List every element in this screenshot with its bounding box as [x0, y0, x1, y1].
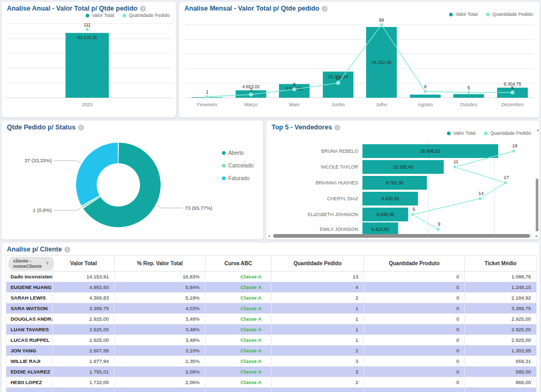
table-cell: 5,19%	[115, 293, 206, 303]
table-header-4[interactable]: Quantidade Pedido	[272, 256, 364, 272]
qty-marker[interactable]	[512, 150, 515, 153]
axis-label: BRIANNA HUGHES	[315, 180, 358, 185]
scroll-left-arrow[interactable]: ◂	[268, 234, 270, 238]
bar-Outubro[interactable]	[453, 94, 484, 98]
table-header-3[interactable]: Curva ABC	[206, 256, 272, 272]
table-cell: 3.389,75	[53, 303, 115, 314]
filter-funnel-icon	[46, 261, 49, 266]
table-cell: 2	[272, 293, 364, 303]
table-cell: 2	[272, 377, 364, 388]
qty-marker[interactable]	[511, 91, 514, 94]
table-row[interactable]: SARA WATSON3.389,754,03%Classe A103.389,…	[6, 303, 537, 314]
table-header-2[interactable]: % Rep. Valor Total	[115, 256, 206, 272]
axis-label: EMILY JOHNSON	[320, 227, 358, 232]
card-status-title: Qtde Pedido p/ Status i	[7, 124, 84, 131]
axis-label: Junho	[332, 102, 345, 107]
qty-marker[interactable]	[380, 23, 383, 26]
qty-marker[interactable]	[467, 91, 470, 94]
qty-marker[interactable]	[86, 27, 89, 31]
info-icon[interactable]: i	[64, 247, 70, 253]
table-cell: SARA WATSON	[6, 303, 53, 314]
table-cell: 3,48%	[115, 335, 206, 346]
card-monthly: Analise Mensal - Valor Total p/ Qtde ped…	[179, 1, 540, 118]
table-cell: 1	[272, 335, 364, 346]
qty-marker[interactable]	[206, 95, 209, 98]
horizontal-scrollbar-thumb[interactable]	[273, 234, 530, 238]
table-cell: Classe A	[206, 314, 272, 324]
table-row[interactable]: WILLIE RAJI1.977,942,35%Classe A30659,31	[6, 356, 537, 367]
legend-item[interactable]: Valor Total	[86, 13, 114, 18]
legend-item[interactable]: Quantidade Pedido	[123, 13, 170, 18]
table-cell: Classe A	[206, 377, 272, 388]
legend-dot-icon	[484, 132, 488, 135]
status-donut-chart: 73 (65,77%)1 (0,9%)37 (33,33%)	[6, 134, 233, 239]
qty-marker[interactable]	[503, 181, 507, 184]
vertical-scrollbar-thumb[interactable]	[536, 179, 538, 231]
legend-dot-icon	[447, 132, 451, 135]
table-row[interactable]: SARAH LEWIS4.369,835,19%Classe A202.184,…	[6, 293, 537, 303]
table-cell: 1	[272, 314, 364, 324]
qty-marker[interactable]	[411, 213, 414, 216]
table-cell: 866,00	[465, 377, 537, 388]
table-cell: LUCAS RUPPEL	[6, 335, 53, 346]
horizontal-scrollbar-track[interactable]	[273, 234, 533, 238]
table-row[interactable]: HEIDI LOPEZ1.732,002,06%Classe A20866,00	[6, 377, 537, 388]
table-row[interactable]: DOUGLAS ANDRADE2.925,003,48%Classe A102.…	[6, 314, 537, 324]
legend-item[interactable]: Valor Total	[449, 12, 478, 17]
axis-label: Maio	[289, 102, 300, 107]
value-label: 44.262,39	[371, 60, 391, 65]
qty-marker[interactable]	[453, 165, 456, 169]
info-icon[interactable]: i	[140, 6, 146, 12]
table-cell: HEIDI LOPEZ	[6, 377, 53, 388]
bar-2023[interactable]	[66, 33, 109, 98]
table-cell: 659,31	[465, 356, 537, 367]
table-cell: 0	[364, 303, 465, 314]
legend-item[interactable]: Quantidade Pedido	[486, 12, 533, 17]
table-row[interactable]: Dado inconsistente14.153,9116,83%Classe …	[6, 272, 537, 282]
table-cell: 4	[272, 282, 364, 293]
legend-item[interactable]: Quantidade Pedido	[484, 130, 531, 136]
qty-marker[interactable]	[478, 197, 481, 200]
table-row[interactable]: LUCAS RUPPEL2.925,003,48%Classe A102.925…	[6, 335, 537, 346]
qty-marker[interactable]	[424, 90, 427, 93]
top5-chart: BRUNA REBELO20.606,52NICOLE TAYLOR12.335…	[269, 139, 534, 235]
qty-marker[interactable]	[293, 88, 296, 91]
table-cell: 0	[364, 314, 465, 324]
scroll-up-arrow[interactable]: ▴	[537, 128, 539, 132]
info-icon[interactable]: i	[334, 125, 340, 130]
value-label: 8.420,39	[381, 196, 399, 201]
table-row[interactable]: EDDIE ALVAREZ1.755,012,09%Classe A30585,…	[6, 367, 537, 377]
card-clients-title: Analise p/ Cliente i	[7, 246, 70, 253]
qty-marker[interactable]	[436, 228, 440, 231]
info-icon[interactable]: i	[322, 6, 328, 12]
table-row[interactable]: EUGENE HUANG4.992,605,94%Classe A401.248…	[6, 282, 537, 293]
donut-slice-Faturado[interactable]	[76, 143, 118, 206]
table-row-partial[interactable]	[6, 388, 537, 392]
legend-label: Quantidade Pedido	[490, 130, 531, 136]
legend-item[interactable]: Valor Total	[447, 130, 475, 136]
table-row[interactable]: JON YANG2.607,893,10%Classe A201.303,95	[6, 346, 537, 356]
table-cell: Classe A	[206, 324, 272, 335]
table-cell: 585,00	[465, 367, 537, 377]
qty-marker[interactable]	[337, 81, 340, 85]
table-header-1[interactable]: Valor Total	[53, 256, 115, 272]
value-label: 12.335,43	[393, 164, 413, 170]
card-annual: Analise Anual - Valor Total p/ Qtde pedi…	[1, 1, 176, 118]
table-cell: 2.925,00	[465, 335, 537, 346]
table-row[interactable]: LUAN TAVARES2.925,003,48%Classe A102.925…	[6, 324, 537, 335]
qty-marker[interactable]	[249, 93, 253, 96]
table-header-6[interactable]: Ticket Médio	[465, 256, 537, 272]
table-cell	[206, 388, 272, 392]
scroll-down-arrow[interactable]: ▾	[537, 228, 539, 232]
table-cell: 4.992,60	[53, 282, 115, 293]
table-cell: 0	[364, 377, 465, 388]
bar-Agosto[interactable]	[410, 95, 441, 98]
table-cell: Classe A	[206, 335, 272, 346]
scroll-right-arrow[interactable]: ▸	[536, 234, 538, 238]
info-icon[interactable]: i	[78, 125, 84, 130]
table-cell: EUGENE HUANG	[6, 282, 53, 293]
table-cell: SARAH LEWIS	[6, 293, 53, 303]
axis-label: ELIZABETH JOHNSON	[307, 212, 358, 217]
client-filter-chip[interactable]: cliente - nomeCliente	[8, 257, 54, 270]
table-header-5[interactable]: Quantidade Produto	[364, 256, 465, 272]
